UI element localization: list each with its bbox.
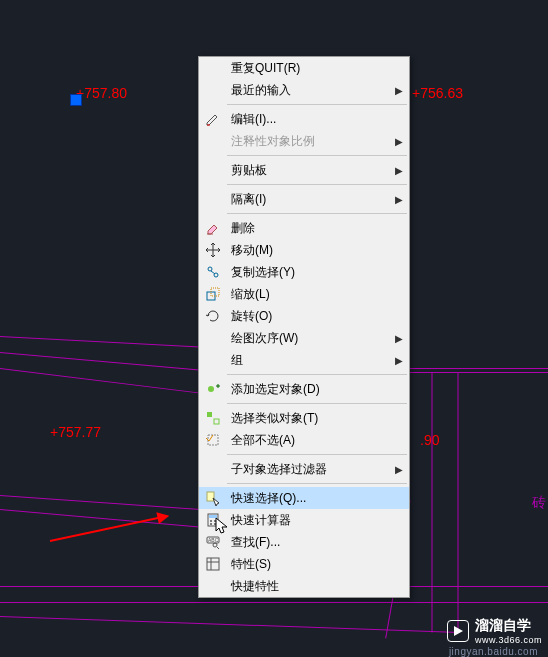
svg-point-4	[208, 386, 214, 392]
svg-rect-5	[207, 412, 212, 417]
menu-add-selected[interactable]: 添加选定对象(D)	[199, 378, 409, 400]
drawing-line[interactable]	[0, 336, 200, 347]
menu-separator	[227, 184, 407, 185]
quick-select-icon	[205, 490, 221, 506]
menu-subobject-filter[interactable]: 子对象选择过滤器▶	[199, 458, 409, 480]
drawing-line[interactable]	[432, 373, 433, 633]
menu-recent-input[interactable]: 最近的输入▶	[199, 79, 409, 101]
cursor-icon	[215, 517, 231, 535]
menu-deselect-all[interactable]: 全部不选(A)	[199, 429, 409, 451]
play-icon	[452, 625, 464, 637]
svg-point-0	[208, 267, 212, 271]
scale-icon	[205, 286, 221, 302]
menu-repeat[interactable]: 重复QUIT(R)	[199, 57, 409, 79]
drawing-line[interactable]	[0, 368, 199, 393]
drawing-line[interactable]	[410, 368, 548, 369]
menu-separator	[227, 374, 407, 375]
move-icon	[205, 242, 221, 258]
svg-rect-18	[207, 558, 219, 570]
selection-grip[interactable]	[70, 94, 82, 106]
copy-icon	[205, 264, 221, 280]
menu-clipboard[interactable]: 剪贴板▶	[199, 159, 409, 181]
svg-point-17	[213, 543, 217, 547]
menu-separator	[227, 213, 407, 214]
properties-icon	[205, 556, 221, 572]
elevation-text: +756.63	[412, 85, 463, 101]
menu-quick-select[interactable]: 快速选择(Q)...	[199, 487, 409, 509]
drawing-line[interactable]	[0, 616, 460, 633]
menu-separator	[227, 454, 407, 455]
menu-group[interactable]: 组▶	[199, 349, 409, 371]
drawing-line[interactable]	[0, 352, 199, 370]
menu-move[interactable]: 移动(M)	[199, 239, 409, 261]
menu-draw-order[interactable]: 绘图次序(W)▶	[199, 327, 409, 349]
watermark-sub: jingyan.baidu.com	[449, 646, 538, 657]
label-char: 砖	[532, 494, 546, 512]
drawing-line[interactable]	[458, 373, 459, 633]
edit-icon	[205, 111, 221, 127]
menu-properties[interactable]: 特性(S)	[199, 553, 409, 575]
menu-edit[interactable]: 编辑(I)...	[199, 108, 409, 130]
elevation-text: +757.77	[50, 424, 101, 440]
menu-quick-properties[interactable]: 快捷特性	[199, 575, 409, 597]
menu-separator	[227, 104, 407, 105]
deselect-icon	[205, 432, 221, 448]
rotate-icon	[205, 308, 221, 324]
watermark-url: www.3d66.com	[475, 635, 542, 645]
find-icon: ABC	[205, 534, 221, 550]
drawing-line[interactable]	[0, 495, 219, 511]
svg-rect-6	[214, 419, 219, 424]
menu-separator	[227, 483, 407, 484]
svg-rect-8	[207, 492, 214, 501]
menu-isolate[interactable]: 隔离(I)▶	[199, 188, 409, 210]
menu-separator	[227, 403, 407, 404]
elevation-text: .90	[420, 432, 439, 448]
menu-select-similar[interactable]: 选择类似对象(T)	[199, 407, 409, 429]
menu-separator	[227, 155, 407, 156]
menu-rotate[interactable]: 旋转(O)	[199, 305, 409, 327]
svg-text:ABC: ABC	[208, 537, 219, 543]
watermark-brand: 溜溜自学	[475, 617, 542, 635]
menu-anno-scale: 注释性对象比例▶	[199, 130, 409, 152]
watermark: 溜溜自学 www.3d66.com	[447, 617, 542, 645]
drawing-line[interactable]	[0, 602, 548, 603]
elevation-text: +757.80	[76, 85, 127, 101]
erase-icon	[205, 220, 221, 236]
select-similar-icon	[205, 410, 221, 426]
menu-erase[interactable]: 删除	[199, 217, 409, 239]
add-selected-icon	[205, 381, 221, 397]
svg-point-11	[210, 520, 212, 522]
svg-point-13	[210, 523, 212, 525]
menu-copy-selection[interactable]: 复制选择(Y)	[199, 261, 409, 283]
menu-scale[interactable]: 缩放(L)	[199, 283, 409, 305]
